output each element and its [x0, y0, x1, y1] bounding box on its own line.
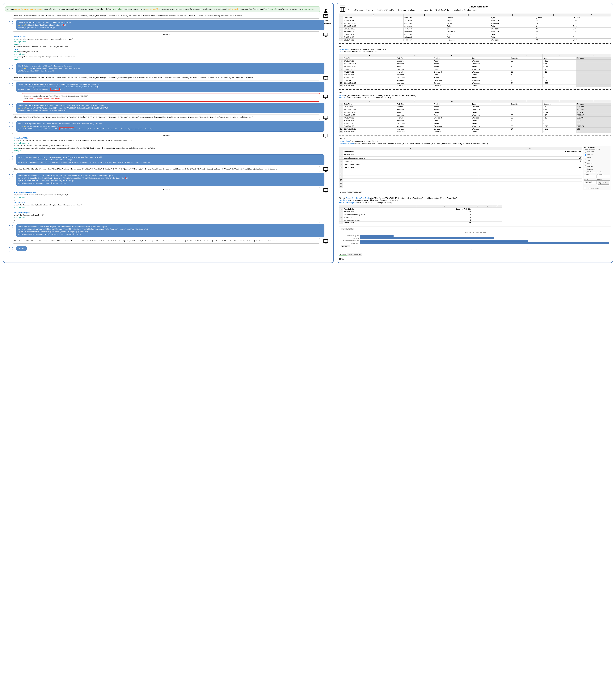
step1-code: InsertColumn(sheetName="Sheet1", afterCo… [339, 48, 611, 53]
field-checkbox[interactable] [585, 159, 586, 161]
svg-point-0 [325, 9, 326, 11]
doc-bubble-2: Document CreatePivotTable: args: args: "… [12, 133, 320, 153]
svg-rect-3 [324, 76, 328, 79]
step3-label: Step 3: [339, 137, 611, 140]
context-text: Context: My workbook has two tables. She… [348, 9, 611, 11]
done-text: Done! [339, 257, 611, 260]
spreadsheet-icon [339, 5, 346, 12]
svg-rect-5 [324, 116, 328, 119]
field-checkbox[interactable] [585, 151, 586, 153]
copilot-bubble-2b: Step 2. Calculate the revenue for each t… [16, 103, 324, 113]
sheet-tabs-2: PivotTablSheet1Retail Price [339, 253, 611, 255]
step2-label: Step 2: [339, 91, 611, 94]
pivot-fields-panel: PivotTable Fields Choose fields to add t… [583, 146, 611, 190]
svg-rect-2 [324, 33, 328, 36]
done-bubble: Done! [16, 246, 27, 251]
brain-icon [7, 155, 15, 162]
brain-icon [7, 82, 15, 89]
copilot-bubble-3: Step 3. Create a pivot table at A1 in a … [16, 121, 324, 132]
brain-icon: Sheet Copilot [7, 20, 15, 32]
defer-checkbox[interactable] [585, 187, 586, 189]
chart-axis-button[interactable]: Web Site ▼ [341, 245, 350, 247]
env-bubble-4: Sheet state: Sheet "PivotTableSheet" is … [12, 166, 320, 172]
chart-field-button[interactable]: Count of Web Site [341, 228, 354, 230]
error-bubble: Execution error: Failed to execute AutoF… [22, 93, 320, 102]
field-checkbox[interactable] [585, 165, 586, 167]
sheet-tab[interactable]: Retail Price [353, 253, 362, 255]
copilot-bubble-4b: Step 4. Plot a bar chart in the new shee… [16, 224, 324, 237]
step1-table: ABCDEFG1Date TimeWeb SiteProductTypeQuan… [339, 54, 611, 87]
step4-pivot-table: ABCDE1Row LabelsCount of Web Site2amazon… [339, 205, 502, 224]
spreadsheet-panel: Target spreadsheet Context: My workbook … [337, 3, 613, 263]
svg-rect-1 [324, 14, 328, 17]
brain-icon [7, 64, 15, 71]
user-bubble: I want to calculate the revenue for each… [5, 6, 320, 12]
user-text: I want to calculate the revenue for each… [7, 8, 314, 10]
brain-icon [7, 225, 15, 231]
doc-bubble-1: Document InsertColumn: args: args: "(she… [12, 31, 320, 62]
monitor-icon [322, 32, 330, 38]
step3-code: CreateSheet(sheetName="PivotTableSheet")… [339, 140, 611, 145]
svg-rect-6 [324, 134, 328, 137]
bar-chart: Count of Web Site Sales frequency by web… [339, 226, 611, 252]
env-bubble-1: Sheet state: Sheet "Sheet1" has 6 column… [12, 13, 320, 18]
pivot-table: AB1Row LabelsCount of Web Site2amazon.co… [339, 147, 582, 188]
step2-code: Write(range="Sheet1!G2", value="=E2*VLOO… [339, 94, 611, 99]
copilot-bubble-1b: Step 1. Add a new column after the "Disc… [16, 63, 324, 74]
monitor-icon [322, 76, 330, 81]
sheet-tab[interactable]: Retail Price [353, 191, 362, 194]
brain-icon [7, 104, 15, 110]
step4-code: Step 4: CreateChartFromPivotTable(pivotT… [339, 197, 611, 204]
svg-rect-9 [324, 240, 328, 242]
sheet-tab[interactable]: PivotTabl [339, 191, 347, 194]
svg-rect-8 [324, 189, 328, 191]
monitor-icon [322, 239, 330, 244]
sheet-tab[interactable]: Sheet1 [347, 191, 353, 194]
copilot-bubble-4: Step 4. Plot a bar chart in the "PivotTa… [16, 173, 324, 186]
brain-icon [7, 122, 15, 128]
step2-table: ABCDEFG1Date TimeWeb SiteProductTypeQuan… [339, 100, 611, 133]
copilot-bubble-2: Step 2. Calculate the revenue for each t… [16, 82, 324, 92]
conversation-panel: I want to calculate the revenue for each… [3, 3, 334, 263]
sheet-tabs: PivotTablSheet1Retail Price [339, 191, 611, 194]
brain-icon [7, 174, 15, 180]
env-bubble-5: Sheet state: Sheet "PivotTableSheet" is … [12, 238, 320, 244]
sheet-tab[interactable]: Sheet1 [347, 253, 353, 255]
svg-rect-4 [323, 95, 328, 98]
env-bubble-3: Sheet state: Sheet "Sheet1" has 7 column… [12, 114, 320, 120]
monitor-icon [322, 188, 330, 194]
chart-title: Sales frequency by website [341, 231, 609, 233]
step1-label: Step 1: [339, 45, 611, 48]
svg-rect-7 [324, 167, 328, 171]
initial-table: ABCDEF1Date TimeWeb SiteProductTypeQuant… [339, 14, 611, 41]
copilot-bubble-1: Step 1. Add a new column after the "Disc… [16, 20, 324, 30]
field-checkbox[interactable] [585, 154, 586, 155]
copilot-bubble-3b: Step 3. Create a pivot table at A1 in a … [16, 154, 324, 165]
target-title: Target spreadsheet [348, 5, 611, 8]
doc-bubble-3: Document CreateChartFromPivotTable: args… [12, 187, 320, 223]
field-checkbox[interactable] [585, 162, 586, 164]
monitor-icon [322, 115, 330, 121]
monitor-icon [321, 94, 330, 100]
field-checkbox[interactable] [585, 157, 586, 158]
brain-icon [7, 247, 15, 253]
sheet-tab[interactable]: PivotTabl [339, 253, 347, 255]
env-bubble-2: Sheet state: Sheet "Sheet1" has 7 column… [12, 75, 320, 81]
field-checkbox[interactable] [585, 168, 586, 170]
monitor-icon [322, 133, 330, 139]
monitor-icon [322, 167, 330, 173]
